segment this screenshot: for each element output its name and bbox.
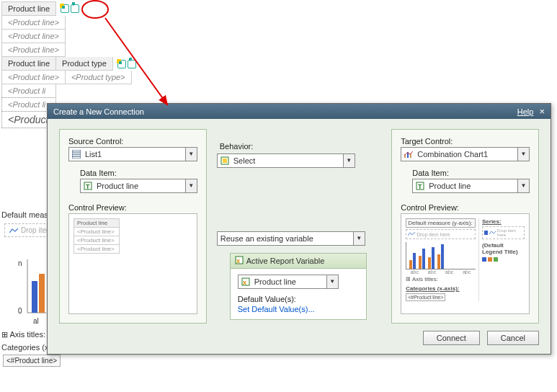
active-report-variable-panel: x Active Report Variable x Product line … xyxy=(230,253,367,320)
list-icon xyxy=(71,148,82,160)
bg-axis-stub xyxy=(24,259,46,316)
pv-category-ph: <#Product line> xyxy=(406,293,445,301)
pv-default-measure: Default measure (y-axis): xyxy=(406,218,476,228)
bg-axis-titles-label: ⊞ Axis titles: xyxy=(1,330,45,339)
target-panel: Target Control: Combination Chart1 ▼ Dat… xyxy=(391,129,539,324)
y-tick-0: 0 xyxy=(18,307,22,315)
pv-drop: Drop item here xyxy=(406,229,476,239)
set-default-values-link[interactable]: Set Default Value(s)... xyxy=(238,305,359,313)
svg-text:x: x xyxy=(236,257,240,264)
source-data-item-combo[interactable]: T Product line ▼ xyxy=(80,179,197,193)
bg-category-ph: <#Product line> xyxy=(3,355,61,367)
default-values-label: Default Value(s): xyxy=(238,295,359,303)
new-connection-icon[interactable] xyxy=(71,4,79,13)
source-control-label: Source Control: xyxy=(68,137,197,146)
pv-legend-title: (Default Legend Title) xyxy=(482,242,525,255)
chevron-down-icon[interactable]: ▼ xyxy=(185,179,197,192)
combo-chart-icon xyxy=(403,148,414,160)
select-behavior-icon xyxy=(219,155,231,166)
annotation-arrow xyxy=(95,9,182,110)
target-data-item-combo[interactable]: T Product line ▼ xyxy=(412,179,530,193)
middle-panel: Behavior: Select ▼ Reuse an existing var… xyxy=(214,129,384,320)
variable-mode-value: Reuse an existing variable xyxy=(218,234,353,243)
source-control-combo[interactable]: List1 ▼ xyxy=(68,147,197,161)
arv-title: Active Report Variable xyxy=(246,257,325,265)
svg-text:x: x xyxy=(243,279,246,286)
control-preview-label: Control Preview: xyxy=(68,203,197,212)
target-control-value: Combination Chart1 xyxy=(416,150,517,159)
svg-text:T: T xyxy=(418,183,422,190)
variable-mode-combo[interactable]: Reuse an existing variable ▼ xyxy=(217,231,365,246)
x-tick-al: al xyxy=(33,317,39,325)
source-panel: Source Control: List1 ▼ Data Item: T Pro… xyxy=(59,129,207,324)
line-series-icon xyxy=(489,230,496,236)
variable-item-icon: x xyxy=(240,276,251,288)
data-item-icon: T xyxy=(414,180,426,192)
chevron-down-icon[interactable]: ▼ xyxy=(517,148,529,161)
source-data-item-value: Product line xyxy=(95,182,185,190)
list1-row: <Product line> xyxy=(1,16,66,30)
target-data-item-value: Product line xyxy=(427,182,517,190)
svg-rect-3 xyxy=(32,281,37,313)
list1-row: <Product line> xyxy=(1,43,66,57)
list1-header[interactable]: Product line xyxy=(1,1,56,16)
source-control-value: List1 xyxy=(84,150,185,159)
pv-categories-label: Categories (x-axis): xyxy=(406,285,476,292)
svg-rect-4 xyxy=(39,274,45,313)
list2-header-pl[interactable]: Product line xyxy=(1,57,56,71)
close-icon[interactable]: × xyxy=(539,106,545,117)
cancel-button[interactable]: Cancel xyxy=(487,331,539,345)
data-item-icon: T xyxy=(82,180,94,192)
control-preview-label: Control Preview: xyxy=(401,203,530,212)
svg-text:T: T xyxy=(86,183,90,190)
source-preview: Product line <Product line> <Product lin… xyxy=(68,213,197,314)
pv-x-ticks: abcabcabcabc xyxy=(406,270,476,275)
variable-combo[interactable]: x Product line ▼ xyxy=(238,275,339,289)
create-connection-dialog: Create a New Connection Help × Source Co… xyxy=(47,103,551,355)
preview-list-row: <Product line> xyxy=(73,244,120,254)
bar-series-icon xyxy=(484,231,488,235)
target-preview: Default measure (y-axis): Drop item here xyxy=(401,213,530,314)
target-control-label: Target Control: xyxy=(401,137,530,146)
y-tick-n: n xyxy=(18,259,22,267)
target-control-combo[interactable]: Combination Chart1 ▼ xyxy=(401,147,530,161)
svg-rect-12 xyxy=(223,159,227,163)
annotation-circle xyxy=(81,0,109,19)
help-link[interactable]: Help xyxy=(517,107,534,116)
data-item-label: Data Item: xyxy=(80,169,197,177)
data-item-label: Data Item: xyxy=(412,169,530,177)
chevron-down-icon[interactable]: ▼ xyxy=(517,179,529,192)
list1-row: <Product line> xyxy=(1,30,66,43)
behavior-value: Select xyxy=(232,156,343,165)
pv-chart xyxy=(406,242,476,270)
pv-series-label: Series: xyxy=(482,218,525,225)
behavior-label: Behavior: xyxy=(220,142,381,151)
svg-line-0 xyxy=(105,18,167,104)
line-series-icon xyxy=(9,227,18,234)
list2-row: <Product line> xyxy=(1,71,66,84)
pv-axis-titles: ⊞ Axis titles: xyxy=(406,276,476,282)
chevron-down-icon[interactable]: ▼ xyxy=(185,148,197,161)
chevron-down-icon[interactable]: ▼ xyxy=(353,232,365,245)
behavior-combo[interactable]: Select ▼ xyxy=(217,153,355,168)
connect-button[interactable]: Connect xyxy=(423,331,480,345)
variable-icon: x xyxy=(235,256,244,266)
pv-legend-swatches xyxy=(482,257,525,263)
chevron-down-icon[interactable]: ▼ xyxy=(343,154,355,167)
list2-row-cut: <Product li xyxy=(1,84,56,98)
line-series-icon xyxy=(408,231,415,237)
relationship-icon[interactable] xyxy=(61,4,69,13)
chevron-down-icon[interactable]: ▼ xyxy=(326,275,338,288)
variable-value: Product line xyxy=(253,277,326,286)
pv-series-drop: Drop item here xyxy=(482,226,525,239)
